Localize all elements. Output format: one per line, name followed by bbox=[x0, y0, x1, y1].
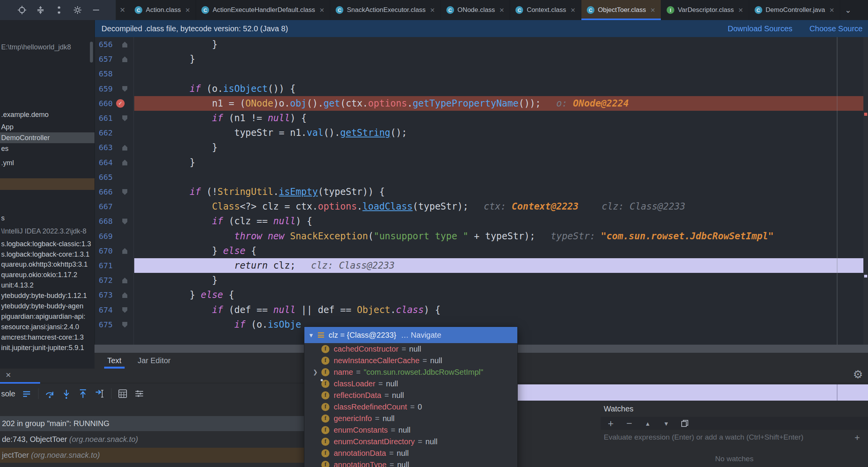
fold-marker-icon[interactable] bbox=[122, 145, 127, 151]
code-line-658[interactable]: 658 bbox=[95, 66, 868, 81]
sidebar-item[interactable]: piguardian:apiguardian-api: bbox=[0, 311, 95, 322]
close-tab-icon[interactable]: ✕ bbox=[116, 0, 129, 20]
fold-marker-icon[interactable] bbox=[122, 56, 127, 62]
sidebar-item[interactable]: es bbox=[0, 143, 95, 154]
sidebar-item[interactable]: E:\tmp\helloworld_jdk8 bbox=[0, 42, 95, 52]
sidebar-item[interactable]: quareup.okhttp3:okhttp3:3.1 bbox=[0, 259, 95, 270]
tab-ObjectToer.class[interactable]: CObjectToer.class✕ bbox=[581, 0, 661, 20]
sidebar-item[interactable]: amcrest:hamcrest-core:1.3 bbox=[0, 332, 95, 343]
code-line-667[interactable]: 667 Class<?> clz = ctx.options.loadClass… bbox=[95, 199, 868, 214]
tab-Context.class[interactable]: CContext.class✕ bbox=[510, 0, 581, 20]
fold-marker-icon[interactable] bbox=[122, 248, 127, 254]
popup-field-enumConstants[interactable]: fenumConstants=null bbox=[304, 424, 517, 436]
line-number[interactable]: 663 bbox=[95, 140, 113, 155]
popup-field-cachedConstructor[interactable]: fcachedConstructor=null bbox=[304, 343, 517, 355]
console-label[interactable]: sole bbox=[1, 389, 15, 398]
sidebar-item[interactable]: App bbox=[0, 122, 95, 132]
run-to-cursor-icon[interactable] bbox=[95, 389, 105, 399]
close-tab-icon[interactable]: ✕ bbox=[430, 7, 435, 14]
sidebar-item[interactable]: sesource.jansi:jansi:2.4.0 bbox=[0, 321, 95, 332]
sidebar-item[interactable]: unit:4.13.2 bbox=[0, 280, 95, 291]
tab-DemoController.java[interactable]: CDemoController.java✕ bbox=[749, 0, 840, 20]
tab-ONode.class[interactable]: CONode.class✕ bbox=[441, 0, 510, 20]
code-line-660[interactable]: 660✓ n1 = (ONode)o.obj().get(ctx.options… bbox=[95, 96, 868, 111]
tab-Action.class[interactable]: CAction.class✕ bbox=[129, 0, 196, 20]
variable-popup-header[interactable]: ▼ clz = {Class@2233} … Navigate bbox=[304, 327, 517, 343]
close-tab-icon[interactable]: ✕ bbox=[499, 7, 504, 14]
line-number[interactable]: 660 bbox=[95, 96, 113, 111]
fold-marker-icon[interactable] bbox=[122, 322, 127, 328]
banner-link-download-sources[interactable]: Download Sources bbox=[728, 24, 792, 33]
popup-field-reflectionData[interactable]: freflectionData=null bbox=[304, 389, 517, 401]
line-number[interactable]: 674 bbox=[95, 303, 113, 317]
popup-field-genericInfo[interactable]: fgenericInfo=null bbox=[304, 413, 517, 424]
line-number[interactable]: 666 bbox=[95, 184, 113, 199]
sidebar-item[interactable]: .yml bbox=[0, 157, 95, 168]
line-number[interactable]: 658 bbox=[95, 66, 113, 81]
code-line-663[interactable]: 663 } bbox=[95, 140, 868, 155]
sidebar-item[interactable]: s bbox=[0, 213, 95, 223]
fold-marker-icon[interactable] bbox=[122, 307, 127, 313]
popup-field-annotationType[interactable]: fannotationType=null bbox=[304, 459, 517, 467]
code-line-659[interactable]: 659 if (o.isObject()) { bbox=[95, 81, 868, 96]
line-number[interactable]: 672 bbox=[95, 273, 113, 288]
settings-gear-icon[interactable] bbox=[73, 5, 83, 15]
chevron-down-icon[interactable]: ▼ bbox=[308, 332, 314, 338]
code-line-674[interactable]: 674 if (def == null || def == Object.cla… bbox=[95, 303, 868, 317]
tab-ActionExecuteHandlerDefault.class[interactable]: CActionExecuteHandlerDefault.class✕ bbox=[196, 0, 330, 20]
popup-field-annotationData[interactable]: fannotationData=null bbox=[304, 447, 517, 459]
sidebar-divider[interactable] bbox=[95, 20, 95, 353]
threads-view-icon[interactable] bbox=[22, 389, 32, 399]
code-line-664[interactable]: 664 } bbox=[95, 155, 868, 170]
popup-field-enumConstantDirectory[interactable]: fenumConstantDirectory=null bbox=[304, 436, 517, 447]
move-down-icon[interactable]: ▼ bbox=[662, 420, 671, 427]
expand-all-icon[interactable] bbox=[35, 5, 46, 15]
copy-icon[interactable] bbox=[680, 419, 689, 428]
sidebar-item[interactable]: quareup.okio:okio:1.17.2 bbox=[0, 269, 95, 280]
line-number[interactable]: 656 bbox=[95, 37, 113, 52]
popup-field-newInstanceCallerCache[interactable]: fnewInstanceCallerCache=null bbox=[304, 355, 517, 366]
code-line-657[interactable]: 657 } bbox=[95, 52, 868, 66]
fold-marker-icon[interactable] bbox=[122, 189, 127, 195]
code-line-656[interactable]: 656 } bbox=[95, 37, 868, 52]
fold-marker-icon[interactable] bbox=[122, 160, 127, 166]
fold-marker-icon[interactable] bbox=[122, 292, 127, 298]
sidebar-item[interactable]: ytebuddy:byte-buddy:1.12.1 bbox=[0, 290, 95, 301]
sidebar-item[interactable]: ytebuddy:byte-buddy-agen bbox=[0, 301, 95, 311]
code-line-668[interactable]: 668 if (clz == null) { bbox=[95, 214, 868, 228]
step-out-icon[interactable] bbox=[78, 389, 88, 399]
code-line-666[interactable]: 666 if (!StringUtil.isEmpty(typeStr)) { bbox=[95, 184, 868, 199]
hide-icon[interactable] bbox=[91, 5, 101, 15]
close-tab-icon[interactable]: ✕ bbox=[829, 7, 834, 14]
add-to-watches-icon[interactable]: + bbox=[854, 432, 860, 443]
line-number[interactable]: 675 bbox=[95, 317, 113, 332]
fold-marker-icon[interactable] bbox=[122, 218, 127, 224]
fold-marker-icon[interactable] bbox=[122, 115, 127, 121]
breakpoint-icon[interactable]: ✓ bbox=[116, 99, 125, 108]
line-number[interactable]: 659 bbox=[95, 81, 113, 96]
move-up-icon[interactable]: ▲ bbox=[643, 420, 652, 427]
step-into-icon[interactable] bbox=[61, 389, 72, 399]
editor-view-tab-text[interactable]: Text bbox=[107, 356, 122, 365]
line-number[interactable]: 673 bbox=[95, 288, 113, 302]
selected-variable-row-highlight[interactable] bbox=[518, 384, 868, 401]
line-number[interactable]: 670 bbox=[95, 244, 113, 258]
layout-settings-icon[interactable] bbox=[134, 389, 145, 399]
code-line-671[interactable]: 671 return clz;clz: Class@2233 bbox=[95, 258, 868, 273]
line-number[interactable]: 657 bbox=[95, 52, 113, 66]
target-icon[interactable] bbox=[17, 5, 27, 15]
popup-navigate-link[interactable]: … Navigate bbox=[401, 331, 441, 340]
popup-field-classRedefinedCount[interactable]: fclassRedefinedCount=0 bbox=[304, 401, 517, 413]
code-editor[interactable]: 656 }657 }658659 if (o.isObject()) {660✓… bbox=[95, 37, 868, 345]
code-line-672[interactable]: 672 } bbox=[95, 273, 868, 288]
line-number[interactable]: 664 bbox=[95, 155, 113, 170]
remove-watch-icon[interactable]: − bbox=[625, 418, 634, 430]
code-line-662[interactable]: 662 typeStr = n1.val().getString(); bbox=[95, 125, 868, 140]
expand-chevron-icon[interactable]: ❯ bbox=[313, 369, 320, 376]
sidebar-item[interactable]: init.jupiter:junit-jupiter:5.9.1 bbox=[0, 342, 95, 353]
code-line-669[interactable]: 669 throw new SnackException("unsupport … bbox=[95, 229, 868, 244]
collapse-all-icon[interactable] bbox=[54, 5, 64, 15]
close-tab-icon[interactable]: ✕ bbox=[319, 7, 324, 14]
line-number[interactable]: 667 bbox=[95, 199, 113, 214]
line-number[interactable]: 668 bbox=[95, 214, 113, 228]
